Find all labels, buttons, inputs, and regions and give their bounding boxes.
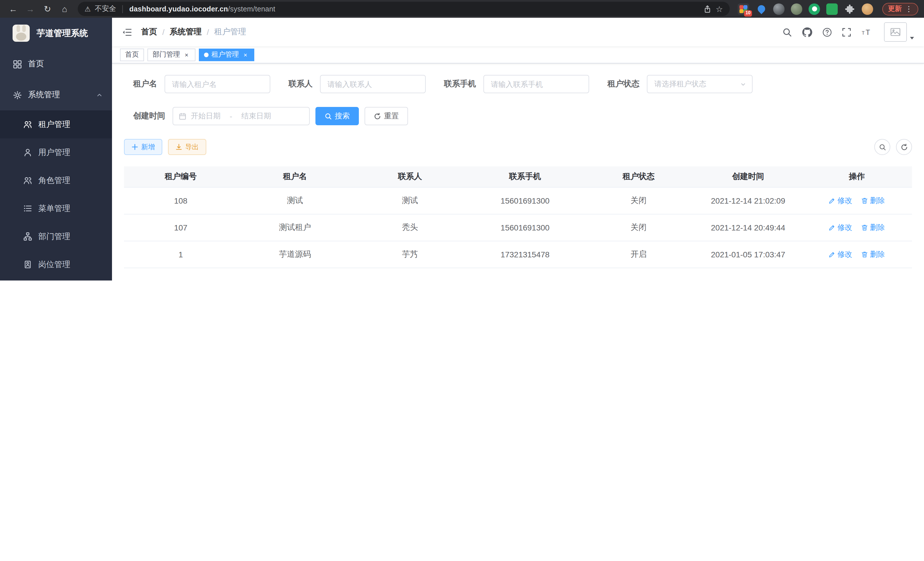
cell-tenant-id: 107 [124,214,237,241]
calendar-icon [179,112,186,120]
status-select[interactable]: 请选择租户状态 [647,75,753,93]
sidebar-item-system[interactable]: 系统管理 [0,80,112,110]
sidebar-item-dept[interactable]: 部门管理 [0,223,112,250]
tab-home[interactable]: 首页 [120,48,144,61]
app-logo[interactable]: 芋道管理系统 [0,18,112,49]
cell-status: 关闭 [583,214,694,241]
cell-created: 2021-12-14 20:49:44 [694,214,802,241]
sidebar-item-dict[interactable]: 字典管理 [0,278,112,281]
status-select-placeholder: 请选择租户状态 [654,79,706,89]
sidebar-item-label: 用户管理 [38,147,70,158]
share-icon[interactable] [704,5,712,13]
sidebar-item-label: 菜单管理 [38,203,70,214]
cell-contact: 测试 [352,187,468,214]
header-search-icon[interactable] [782,27,792,37]
font-size-icon[interactable]: TT [861,27,872,37]
browser-home-icon[interactable]: ⌂ [57,2,72,16]
url-bar[interactable]: ⚠ 不安全 dashboard.yudao.iocoder.cn/system/… [78,2,730,16]
tab-label: 首页 [125,50,139,59]
github-icon[interactable] [802,27,813,38]
reset-button[interactable]: 重置 [364,107,408,125]
extension-sphere-icon[interactable] [773,3,784,15]
close-icon[interactable]: × [242,51,249,58]
fullscreen-icon[interactable] [842,27,851,37]
sidebar-item-label: 系统管理 [28,90,60,100]
edit-button[interactable]: 修改 [829,222,852,232]
sidebar-item-tenant[interactable]: 租户管理 [0,110,112,138]
cell-tenant-id: 108 [124,187,237,214]
cell-created: 2021-12-14 21:02:09 [694,187,802,214]
svg-text:T: T [862,30,865,35]
cell-phone: 15601691300 [467,214,583,241]
sidebar-item-post[interactable]: 岗位管理 [0,250,112,278]
sidebar-item-user[interactable]: 用户管理 [0,138,112,166]
table-refresh-button[interactable] [896,139,912,155]
phone-input[interactable] [483,75,589,93]
breadcrumb-separator: / [162,27,165,37]
column-tenant-id: 租户编号 [124,166,237,187]
column-created: 创建时间 [694,166,802,187]
extension-green-circle-icon[interactable] [808,3,820,15]
date-separator: - [225,112,237,120]
tenant-table: 租户编号 租户名 联系人 联系手机 租户状态 创建时间 操作 108 测试 [124,166,912,268]
edit-label: 修改 [837,249,852,259]
gear-icon [13,91,22,99]
browser-profile-avatar[interactable] [862,3,873,15]
breadcrumb-system[interactable]: 系统管理 [170,27,202,37]
delete-button[interactable]: 删除 [861,222,885,232]
svg-text:T: T [866,28,870,36]
column-actions: 操作 [802,166,912,187]
bookmark-star-icon[interactable]: ☆ [716,4,723,14]
browser-forward-icon[interactable]: → [23,2,38,16]
export-button[interactable]: 导出 [168,139,206,155]
reset-button-label: 重置 [384,111,399,121]
browser-back-icon[interactable]: ← [6,2,21,16]
top-navbar: 首页 / 系统管理 / 租户管理 [112,18,924,46]
help-icon[interactable] [822,27,832,37]
extension-green-square-icon[interactable] [826,3,838,15]
edit-button[interactable]: 修改 [829,249,852,259]
cell-tenant-name: 测试租户 [237,214,352,241]
tenant-name-input[interactable] [165,75,270,93]
cell-tenant-name: 芋道源码 [237,241,352,268]
browser-menu-dots-icon[interactable]: ⋮ [905,5,913,13]
sidebar: 芋道管理系统 首页 系统管理 [0,18,112,281]
add-button-label: 新增 [141,142,155,152]
tab-tenant[interactable]: 租户管理 × [199,48,254,61]
date-range-picker[interactable]: 开始日期 - 结束日期 [172,107,310,125]
close-icon[interactable]: × [183,51,190,58]
table-search-toggle-button[interactable] [874,139,890,155]
edit-button[interactable]: 修改 [829,195,852,206]
breadcrumb-home[interactable]: 首页 [141,27,157,37]
active-tab-dot [204,52,208,57]
sidebar-item-home[interactable]: 首页 [0,49,112,80]
delete-button[interactable]: 删除 [861,195,885,206]
cell-actions: 修改删除 [802,214,912,241]
app-title: 芋道管理系统 [37,28,88,39]
add-button[interactable]: 新增 [124,139,162,155]
extension-drop-icon[interactable] [755,3,767,15]
extension-grid-icon[interactable]: 10 [738,3,749,15]
user-menu[interactable] [884,22,915,42]
cell-created: 2021-01-05 17:03:47 [694,241,802,268]
search-button-label: 搜索 [335,111,350,121]
contact-input[interactable] [320,75,426,93]
security-label[interactable]: 不安全 [95,4,116,14]
browser-reload-icon[interactable]: ↻ [40,2,55,16]
search-button[interactable]: 搜索 [315,107,359,125]
table-row: 1 芋道源码 芋艿 17321315478 开启 2021-01-05 17:0… [124,241,912,268]
tab-dept[interactable]: 部门管理 × [147,48,195,61]
browser-update-button[interactable]: 更新 ⋮ [882,3,918,15]
security-warning-icon[interactable]: ⚠ [85,5,91,13]
sidebar-item-menu[interactable]: 菜单管理 [0,194,112,223]
page-url[interactable]: dashboard.yudao.iocoder.cn/system/tenant [129,5,275,13]
navbar-tools: TT [782,22,915,42]
delete-button[interactable]: 删除 [861,249,885,259]
tags-view-bar: 首页 部门管理 × 租户管理 × [112,46,924,63]
extensions-puzzle-icon[interactable] [844,3,855,15]
sidebar-item-label: 部门管理 [38,231,70,242]
sidebar-fold-icon[interactable] [122,27,132,37]
tenants-icon [23,120,32,129]
extension-olive-icon[interactable] [791,3,802,15]
sidebar-item-role[interactable]: 角色管理 [0,166,112,194]
